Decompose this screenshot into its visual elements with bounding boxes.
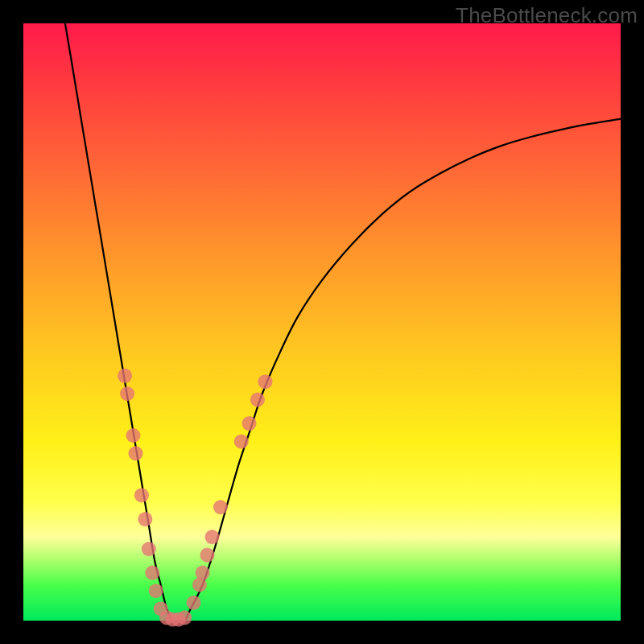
curve-marker xyxy=(177,610,192,625)
curve-marker xyxy=(250,393,265,407)
curve-line xyxy=(65,23,621,621)
curve-marker xyxy=(129,446,143,460)
curve-marker xyxy=(145,566,159,580)
curve-marker xyxy=(138,512,152,526)
curve-marker xyxy=(200,547,215,562)
curve-marker xyxy=(242,416,257,431)
curve-marker xyxy=(234,434,249,448)
curve-marker xyxy=(118,369,132,383)
chart-svg xyxy=(23,23,621,621)
curve-marker xyxy=(149,584,163,598)
curve-marker xyxy=(134,488,149,502)
curve-marker xyxy=(120,386,134,401)
curve-marker xyxy=(142,542,156,556)
curve-marker xyxy=(187,596,201,610)
curve-marker xyxy=(258,374,273,389)
curve-marker xyxy=(196,566,210,580)
curve-marker xyxy=(205,530,220,544)
curve-marker xyxy=(126,428,141,443)
watermark-text: TheBottleneck.com xyxy=(456,3,638,28)
curve-marker xyxy=(213,500,228,514)
curve-markers xyxy=(118,369,272,627)
